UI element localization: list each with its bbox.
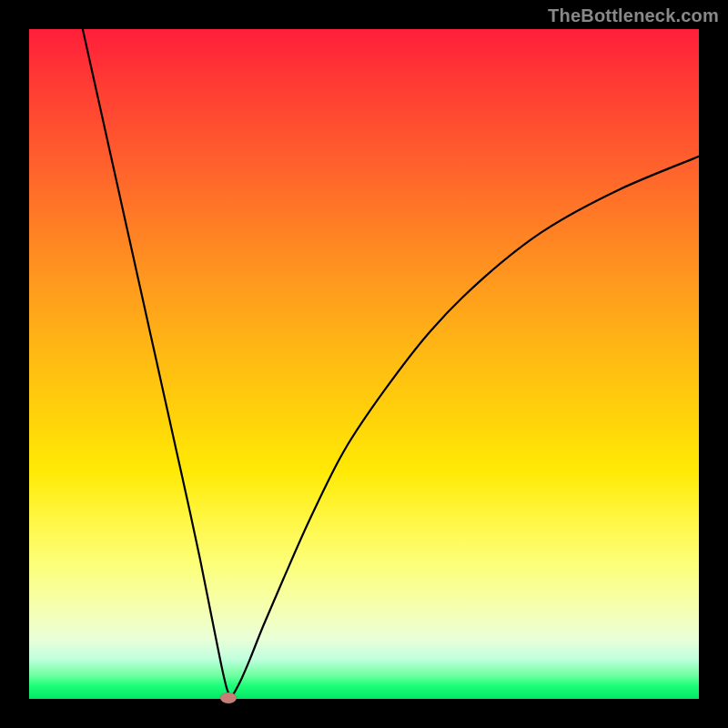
plot-area — [29, 29, 699, 699]
watermark-label: TheBottleneck.com — [548, 5, 719, 26]
chart-frame: TheBottleneck.com — [0, 0, 728, 728]
min-marker-icon — [220, 693, 237, 703]
